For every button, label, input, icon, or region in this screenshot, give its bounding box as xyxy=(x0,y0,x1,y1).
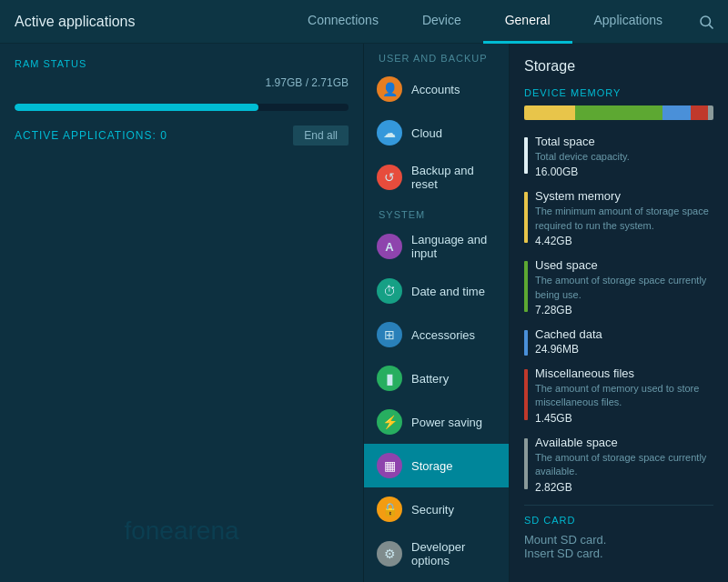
used-title: Used space xyxy=(535,258,713,272)
active-apps-row: ACTIVE APPLICATIONS: 0 End all xyxy=(15,125,349,146)
security-icon: 🔒 xyxy=(377,497,402,522)
menu-item-accounts[interactable]: 👤 Accounts xyxy=(364,67,509,111)
menu-item-developer[interactable]: ⚙ Developer options xyxy=(364,531,509,577)
available-size: 2.82GB xyxy=(535,481,713,494)
total-info: Total space Total device capacity. 16.00… xyxy=(535,135,713,178)
tab-applications[interactable]: Applications xyxy=(572,0,685,44)
settings-menu: USER AND BACKUP 👤 Accounts ☁ Cloud ↺ Bac… xyxy=(364,44,510,582)
accessories-icon: ⊞ xyxy=(377,322,402,347)
bar-system xyxy=(524,105,575,120)
storage-item-total: Total space Total device capacity. 16.00… xyxy=(524,135,713,178)
left-panel-title: Active applications xyxy=(0,14,286,30)
storage-label: Storage xyxy=(411,459,453,473)
accounts-icon: 👤 xyxy=(377,76,402,102)
menu-item-storage[interactable]: ▦ Storage xyxy=(364,444,509,487)
storage-title: Storage xyxy=(524,58,713,75)
tab-general[interactable]: General xyxy=(483,0,572,44)
main-content: RAM STATUS 1.97GB / 2.71GB ACTIVE APPLIC… xyxy=(0,44,728,582)
misc-size: 1.45GB xyxy=(535,412,713,425)
total-desc: Total device capacity. xyxy=(535,150,713,164)
ram-status-label: RAM STATUS xyxy=(15,58,349,69)
svg-line-1 xyxy=(709,25,713,28)
cloud-icon: ☁ xyxy=(377,120,402,146)
system-title: System memory xyxy=(535,189,713,203)
cached-size: 24.96MB xyxy=(535,343,713,356)
system-info: System memory The minimum amount of stor… xyxy=(535,189,713,247)
bar-used xyxy=(575,105,662,120)
storage-detail-panel: Storage DEVICE MEMORY Total space Total … xyxy=(510,44,728,582)
top-navigation: Active applications Connections Device G… xyxy=(0,0,728,44)
menu-item-security[interactable]: 🔒 Security xyxy=(364,487,509,531)
active-apps-label: ACTIVE APPLICATIONS: 0 xyxy=(15,129,167,142)
svg-point-0 xyxy=(701,16,711,26)
backup-label: Backup and reset xyxy=(411,164,496,191)
bar-cached xyxy=(662,105,691,120)
storage-item-misc: Miscellaneous files The amount of memory… xyxy=(524,366,713,425)
accounts-label: Accounts xyxy=(411,83,460,96)
developer-icon: ⚙ xyxy=(377,541,402,567)
search-button[interactable] xyxy=(684,0,728,44)
top-nav-right: Connections Device General Applications xyxy=(286,0,728,44)
available-title: Available space xyxy=(535,436,713,449)
used-size: 7.28GB xyxy=(535,304,713,316)
system-dot xyxy=(524,192,528,243)
used-desc: The amount of storage space currently be… xyxy=(535,274,713,302)
tab-connections[interactable]: Connections xyxy=(286,0,400,44)
sd-card-subtext: Insert SD card. xyxy=(524,547,713,560)
system-section-header: SYSTEM xyxy=(364,200,509,224)
device-memory-label: DEVICE MEMORY xyxy=(524,87,713,98)
system-desc: The minimum amount of storage space requ… xyxy=(535,205,713,233)
storage-item-cached: Cached data 24.96MB xyxy=(524,327,713,356)
storage-bar xyxy=(524,105,713,120)
menu-item-accessories[interactable]: ⊞ Accessories xyxy=(364,313,509,356)
total-dot xyxy=(524,137,528,174)
cached-title: Cached data xyxy=(535,327,713,341)
tab-device[interactable]: Device xyxy=(400,0,483,44)
backup-icon: ↺ xyxy=(377,165,402,190)
available-info: Available space The amount of storage sp… xyxy=(535,436,713,494)
datetime-label: Date and time xyxy=(411,285,485,298)
misc-title: Miscellaneous files xyxy=(535,366,713,380)
ram-bar xyxy=(15,104,349,111)
language-label: Language and input xyxy=(411,233,496,260)
power-icon: ⚡ xyxy=(377,409,402,435)
total-size: 16.00GB xyxy=(535,166,713,178)
storage-item-system: System memory The minimum amount of stor… xyxy=(524,189,713,247)
misc-info: Miscellaneous files The amount of memory… xyxy=(535,366,713,425)
used-dot xyxy=(524,261,528,312)
menu-item-datetime[interactable]: ⏱ Date and time xyxy=(364,269,509,313)
available-dot xyxy=(524,438,528,489)
ram-usage-value: 1.97GB / 2.71GB xyxy=(15,76,349,89)
menu-item-about[interactable]: ℹ About device xyxy=(364,577,509,582)
nav-tabs: Connections Device General Applications xyxy=(286,0,684,44)
sd-card-text: Mount SD card. xyxy=(524,533,713,547)
security-label: Security xyxy=(411,503,454,517)
battery-icon: ▮ xyxy=(377,366,402,391)
end-all-button[interactable]: End all xyxy=(293,125,349,146)
storage-item-used: Used space The amount of storage space c… xyxy=(524,258,713,316)
storage-icon: ▦ xyxy=(377,453,402,478)
total-title: Total space xyxy=(535,135,713,148)
sd-card-label: SD CARD xyxy=(524,505,713,526)
used-info: Used space The amount of storage space c… xyxy=(535,258,713,316)
accessories-label: Accessories xyxy=(411,328,475,342)
cached-dot xyxy=(524,330,528,356)
left-panel: RAM STATUS 1.97GB / 2.71GB ACTIVE APPLIC… xyxy=(0,44,364,582)
menu-item-power[interactable]: ⚡ Power saving xyxy=(364,400,509,444)
misc-desc: The amount of memory used to store misce… xyxy=(535,382,713,410)
bar-available xyxy=(708,105,713,120)
menu-item-cloud[interactable]: ☁ Cloud xyxy=(364,111,509,155)
menu-item-backup[interactable]: ↺ Backup and reset xyxy=(364,155,509,200)
ram-bar-fill xyxy=(15,104,258,111)
menu-item-language[interactable]: A Language and input xyxy=(364,224,509,269)
menu-item-battery[interactable]: ▮ Battery xyxy=(364,356,509,400)
language-icon: A xyxy=(377,234,402,259)
active-applications-title: Active applications xyxy=(15,14,136,30)
datetime-icon: ⏱ xyxy=(377,278,402,304)
bar-misc xyxy=(691,105,708,120)
available-desc: The amount of storage space currently av… xyxy=(535,451,713,479)
user-backup-section-header: USER AND BACKUP xyxy=(364,44,509,67)
developer-label: Developer options xyxy=(411,540,496,567)
storage-item-available: Available space The amount of storage sp… xyxy=(524,436,713,494)
system-size: 4.42GB xyxy=(535,235,713,247)
